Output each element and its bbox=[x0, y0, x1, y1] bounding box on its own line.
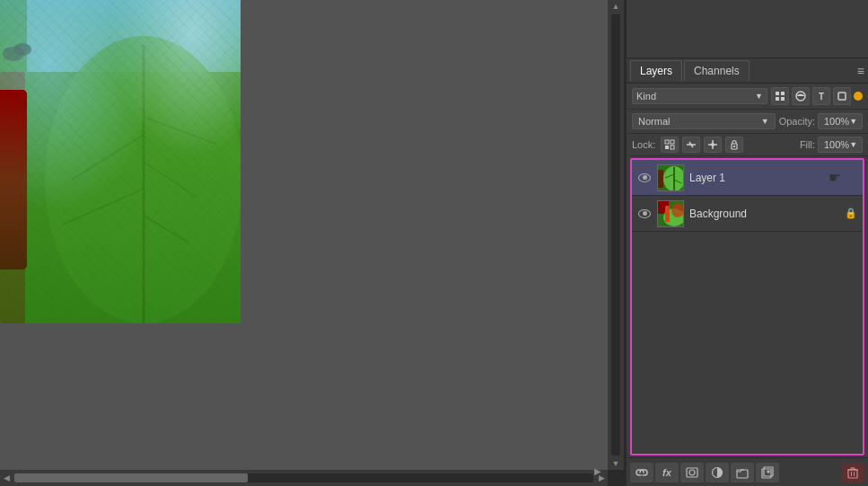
scroll-down-arrow[interactable]: ▼ bbox=[609, 457, 622, 470]
layers-panel-container: Layers Channels ≡ Kind ▼ bbox=[626, 0, 868, 486]
layer-thumbnail-background bbox=[657, 200, 684, 227]
horizontal-scrollbar[interactable]: ◀ ▶ bbox=[0, 470, 608, 486]
svg-rect-14 bbox=[776, 97, 779, 101]
scroll-track-h bbox=[14, 473, 593, 482]
lock-transparent-button[interactable] bbox=[661, 137, 679, 153]
delete-layer-button[interactable] bbox=[841, 463, 864, 482]
svg-rect-19 bbox=[671, 140, 674, 144]
cursor-layer1: ☛ bbox=[829, 169, 841, 186]
fill-label: Fill: bbox=[800, 139, 815, 150]
svg-rect-38 bbox=[665, 206, 670, 222]
scroll-thumb-h[interactable] bbox=[14, 473, 248, 482]
layers-tabs-row: Layers Channels ≡ bbox=[627, 58, 868, 84]
pixel-filter-icon[interactable] bbox=[771, 87, 789, 105]
canvas-area: ◀ ▶ ▲ ▼ ▶ bbox=[0, 0, 624, 486]
fill-input[interactable]: 100% ▼ bbox=[818, 137, 863, 153]
layer-item-layer1[interactable]: Layer 1 ☛ bbox=[632, 160, 863, 196]
opacity-caret: ▼ bbox=[849, 117, 857, 126]
canvas-image bbox=[0, 0, 241, 323]
link-layers-button[interactable] bbox=[630, 463, 653, 482]
svg-point-11 bbox=[13, 43, 31, 56]
svg-rect-28 bbox=[733, 146, 735, 147]
blend-mode-label: Normal bbox=[638, 116, 670, 127]
opacity-input[interactable]: 100% ▼ bbox=[818, 113, 863, 129]
svg-rect-18 bbox=[665, 140, 669, 144]
add-mask-button[interactable] bbox=[680, 463, 704, 482]
smart-filter-dot[interactable] bbox=[854, 92, 863, 101]
scroll-track-v bbox=[611, 14, 620, 455]
opacity-label: Opacity: bbox=[779, 116, 815, 127]
layer-thumbnail-layer1 bbox=[657, 164, 684, 191]
scroll-corner bbox=[608, 470, 624, 486]
svg-point-41 bbox=[689, 470, 695, 475]
group-layers-button[interactable] bbox=[731, 463, 754, 482]
svg-rect-48 bbox=[848, 470, 857, 478]
svg-point-26 bbox=[711, 143, 715, 146]
adjustment-filter-icon[interactable] bbox=[792, 87, 810, 105]
kind-icons-group: T bbox=[771, 87, 863, 105]
layers-list: Layer 1 ☛ bbox=[630, 158, 864, 455]
new-layer-button[interactable] bbox=[756, 463, 779, 482]
scroll-left-arrow[interactable]: ◀ bbox=[0, 470, 13, 486]
svg-rect-15 bbox=[781, 97, 785, 101]
type-filter-icon[interactable]: T bbox=[812, 87, 830, 105]
svg-rect-13 bbox=[781, 92, 785, 95]
svg-rect-43 bbox=[737, 470, 748, 478]
kind-caret: ▼ bbox=[755, 92, 763, 101]
tab-layers[interactable]: Layers bbox=[630, 60, 682, 81]
blend-mode-select[interactable]: Normal ▼ bbox=[632, 113, 776, 129]
fill-value-text: 100% bbox=[824, 139, 849, 150]
add-adjustment-button[interactable] bbox=[706, 463, 729, 482]
lock-label: Lock: bbox=[632, 139, 655, 150]
lock-all-button[interactable] bbox=[725, 137, 743, 153]
lock-pixels-button[interactable] bbox=[682, 137, 700, 153]
layer-effects-button[interactable]: fx bbox=[655, 463, 679, 482]
layers-panel: Layers Channels ≡ Kind ▼ bbox=[627, 58, 868, 486]
kind-select[interactable]: Kind ▼ bbox=[632, 88, 767, 104]
blend-opacity-row: Normal ▼ Opacity: 100% ▼ bbox=[627, 110, 868, 134]
opacity-group: Opacity: 100% ▼ bbox=[779, 113, 863, 129]
opacity-value-text: 100% bbox=[824, 116, 849, 127]
layer-item-background[interactable]: Background 🔒 bbox=[632, 196, 863, 232]
svg-rect-21 bbox=[671, 146, 674, 149]
svg-rect-20 bbox=[665, 146, 669, 149]
panel-bottom-toolbar: fx bbox=[627, 457, 868, 486]
svg-point-39 bbox=[671, 203, 684, 217]
vertical-scrollbar-canvas[interactable]: ▲ ▼ bbox=[608, 0, 624, 470]
layer-name-background: Background bbox=[689, 208, 839, 220]
fill-group: Fill: 100% ▼ bbox=[800, 137, 863, 153]
blend-caret: ▼ bbox=[761, 117, 769, 126]
visibility-toggle-layer1[interactable] bbox=[637, 171, 652, 185]
fill-caret: ▼ bbox=[849, 140, 857, 149]
lock-fill-row: Lock: bbox=[627, 134, 868, 156]
kind-label: Kind bbox=[636, 91, 656, 102]
svg-rect-9 bbox=[0, 72, 25, 323]
panel-menu-button[interactable]: ≡ bbox=[857, 64, 864, 78]
panel-top-area bbox=[627, 0, 868, 58]
visibility-toggle-background[interactable] bbox=[637, 207, 652, 221]
kind-filter-row: Kind ▼ bbox=[627, 84, 868, 110]
svg-rect-17 bbox=[838, 93, 846, 100]
scroll-up-arrow[interactable]: ▲ bbox=[608, 0, 624, 13]
fx-label: fx bbox=[662, 467, 671, 478]
tab-channels[interactable]: Channels bbox=[684, 60, 750, 81]
lock-position-button[interactable] bbox=[704, 137, 722, 153]
lock-icon-background: 🔒 bbox=[845, 208, 857, 219]
svg-rect-12 bbox=[776, 92, 779, 95]
svg-rect-34 bbox=[658, 170, 663, 188]
shape-filter-icon[interactable] bbox=[833, 87, 851, 105]
expand-icon[interactable]: ▶ bbox=[592, 464, 604, 477]
